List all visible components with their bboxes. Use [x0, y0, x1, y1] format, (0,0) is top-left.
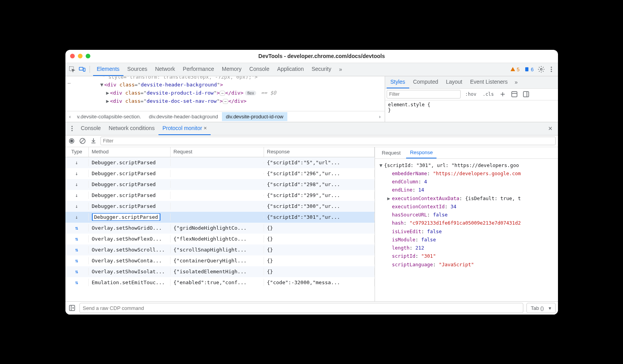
- new-style-rule-icon[interactable]: [498, 90, 507, 98]
- svg-point-11: [71, 128, 72, 129]
- tab-security[interactable]: Security: [308, 63, 335, 76]
- device-toolbar-icon[interactable]: [78, 65, 86, 74]
- table-row[interactable]: ⇅Overlay.setShowIsolat...{"isolatedEleme…: [65, 266, 375, 277]
- computed-sidebar-icon[interactable]: [510, 90, 519, 98]
- json-property[interactable]: endColumn: 4: [377, 178, 556, 186]
- th-method[interactable]: Method: [89, 147, 171, 157]
- save-icon[interactable]: [90, 137, 97, 145]
- record-icon[interactable]: [68, 137, 76, 145]
- overflow-menu-icon[interactable]: …: [68, 79, 71, 85]
- svg-rect-9: [524, 91, 529, 97]
- close-window-button[interactable]: [70, 54, 75, 58]
- table-row[interactable]: ↓Debugger.scriptParsed{"scriptId":"299",…: [65, 190, 375, 201]
- breadcrumb-scroll-right-icon[interactable]: ›: [377, 114, 383, 120]
- dom-node[interactable]: ▶<div class="devsite-doc-set-nav-row">⋯<…: [65, 97, 385, 106]
- dom-tree[interactable]: " style="transform: translate3d(0px, -72…: [65, 76, 385, 111]
- table-row[interactable]: ⇅Overlay.setShowConta...{"containerQuery…: [65, 255, 375, 266]
- window-controls: [70, 54, 90, 58]
- tab-sources[interactable]: Sources: [123, 63, 151, 76]
- styles-tab-styles[interactable]: Styles: [387, 76, 409, 88]
- svg-point-4: [540, 69, 542, 70]
- close-drawer-icon[interactable]: ×: [545, 125, 556, 133]
- minimize-window-button[interactable]: [78, 54, 83, 58]
- tab-network[interactable]: Network: [151, 63, 179, 76]
- tab-memory[interactable]: Memory: [218, 63, 246, 76]
- styles-body[interactable]: element.style { }: [385, 100, 558, 114]
- json-property[interactable]: isModule: false: [377, 236, 556, 244]
- table-row[interactable]: ↓Debugger.scriptParsed{"scriptId":"298",…: [65, 179, 375, 190]
- svg-point-14: [70, 140, 73, 142]
- styles-tab-event-listeners[interactable]: Event Listeners: [466, 76, 512, 88]
- window-title: DevTools - developer.chrome.com/docs/dev…: [90, 53, 553, 59]
- styles-filter-input[interactable]: [387, 90, 461, 98]
- json-property[interactable]: isLiveEdit: false: [377, 227, 556, 236]
- drawer-tab-network-conditions[interactable]: Network conditions: [105, 122, 158, 135]
- json-property[interactable]: executionContextId: 34: [377, 202, 556, 211]
- tab-performance[interactable]: Performance: [179, 63, 218, 76]
- styles-tab-layout[interactable]: Layout: [442, 76, 466, 88]
- svg-rect-1: [79, 67, 83, 70]
- toggle-sidebar-icon[interactable]: [522, 90, 530, 98]
- svg-rect-3: [525, 67, 528, 72]
- json-property[interactable]: length: 212: [377, 244, 556, 252]
- drawer-menu-icon[interactable]: [68, 124, 76, 133]
- tab-console[interactable]: Console: [245, 63, 273, 76]
- json-property[interactable]: scriptId: "301": [377, 252, 556, 260]
- table-row[interactable]: ⇅Overlay.setShowFlexO...{"flexNodeHighli…: [65, 234, 375, 244]
- protocol-monitor-toolbar: [65, 135, 558, 147]
- svg-point-12: [71, 130, 72, 131]
- json-property[interactable]: endLine: 14: [377, 186, 556, 194]
- toggle-editor-icon[interactable]: [68, 304, 76, 312]
- table-row[interactable]: ⇅Emulation.setEmitTouc...{"enabled":true…: [65, 277, 375, 288]
- protocol-detail-panel: Request Response ▼{scriptId: "301", url:…: [375, 147, 558, 301]
- kebab-menu-icon[interactable]: [547, 65, 556, 74]
- json-property[interactable]: hash: "c9792133d1fe6f91ca05009e213e7d074…: [377, 219, 556, 227]
- warnings-badge[interactable]: 5: [509, 67, 521, 72]
- close-tab-icon[interactable]: ×: [204, 125, 207, 131]
- svg-point-10: [71, 126, 72, 127]
- drawer-tab-protocol-monitor[interactable]: Protocol monitor×: [158, 122, 211, 135]
- main-tab-bar: ElementsSourcesNetworkPerformanceMemoryC…: [65, 63, 558, 76]
- table-row[interactable]: ↓Debugger.scriptParsed{"scriptId":"5","u…: [65, 157, 375, 168]
- th-request[interactable]: Request: [171, 147, 264, 157]
- json-property[interactable]: ▶executionContextAuxData: {isDefault: tr…: [377, 194, 556, 202]
- table-row[interactable]: ⇅Overlay.setShowGridO...{"gridNodeHighli…: [65, 223, 375, 234]
- breadcrumb-scroll-left-icon[interactable]: ‹: [67, 114, 73, 120]
- styles-more-tabs-icon[interactable]: »: [512, 79, 520, 85]
- detail-tab-bar: Request Response: [375, 147, 558, 159]
- json-property[interactable]: embedderName: "https://developers.google…: [377, 169, 556, 178]
- breadcrumb-item[interactable]: div.devsite-product-id-row: [222, 112, 287, 121]
- detail-tab-request[interactable]: Request: [378, 148, 405, 158]
- detail-tab-response[interactable]: Response: [406, 147, 437, 158]
- th-response[interactable]: Response: [264, 147, 375, 157]
- tab-elements[interactable]: Elements: [93, 63, 123, 76]
- table-row[interactable]: ⇅Overlay.setShowScroll...{"scrollSnapHig…: [65, 244, 375, 255]
- clear-icon[interactable]: [79, 137, 86, 145]
- table-row[interactable]: ↓Debugger.scriptParsed{"scriptId":"300",…: [65, 201, 375, 212]
- issues-badge[interactable]: 6: [523, 67, 535, 72]
- chevron-down-icon: ▾: [549, 305, 551, 311]
- styles-tab-computed[interactable]: Computed: [409, 76, 442, 88]
- cdp-command-input[interactable]: [79, 303, 524, 313]
- table-row[interactable]: ↓Debugger.scriptParsed{"scriptId":"296",…: [65, 168, 375, 179]
- th-type[interactable]: Type: [65, 147, 89, 157]
- json-property[interactable]: hasSourceURL: false: [377, 211, 556, 219]
- maximize-window-button[interactable]: [86, 54, 90, 58]
- table-row[interactable]: ↓Debugger.scriptParsed{"scriptId":"301",…: [65, 212, 375, 223]
- detail-body[interactable]: ▼{scriptId: "301", url: "https://develop…: [375, 159, 558, 301]
- dom-node[interactable]: ▼<div class="devsite-header-background">: [65, 81, 385, 89]
- more-tabs-icon[interactable]: »: [337, 66, 345, 72]
- hov-button[interactable]: :hov: [464, 91, 478, 98]
- breadcrumb-item[interactable]: v.devsite-collapsible-section.: [73, 112, 145, 121]
- settings-gear-icon[interactable]: [537, 65, 546, 74]
- drawer-tab-console[interactable]: Console: [77, 122, 105, 135]
- protocol-filter-input[interactable]: [100, 137, 556, 145]
- cls-button[interactable]: .cls: [481, 91, 495, 98]
- devtools-window: DevTools - developer.chrome.com/docs/dev…: [65, 50, 558, 315]
- tab-application[interactable]: Application: [273, 63, 308, 76]
- inspect-element-icon[interactable]: [68, 65, 76, 74]
- breadcrumb-item[interactable]: div.devsite-header-background: [145, 112, 222, 121]
- json-property[interactable]: scriptLanguage: "JavaScript": [377, 260, 556, 269]
- target-selector[interactable]: Tab ()▾: [526, 303, 555, 313]
- dom-node[interactable]: ▶<div class="devsite-product-id-row">⋯</…: [65, 89, 385, 97]
